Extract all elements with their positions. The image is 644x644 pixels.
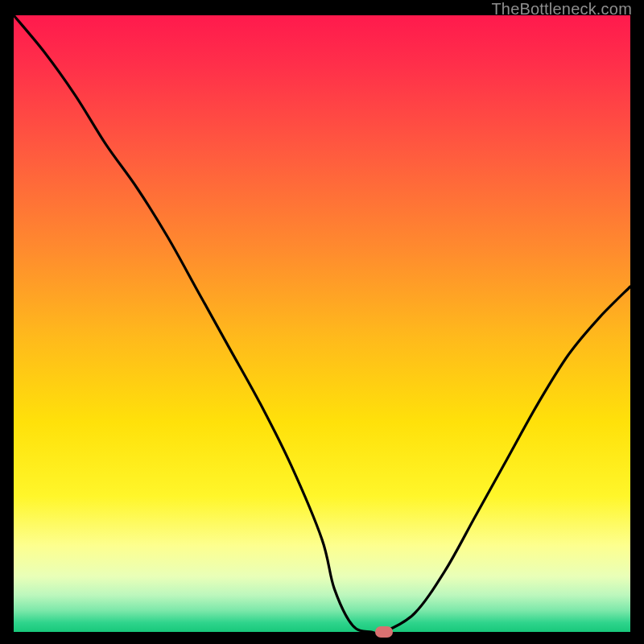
plot-area [14,15,630,632]
chart-frame: TheBottleneck.com [0,0,644,644]
min-marker [375,626,393,638]
bottleneck-curve [14,15,630,632]
